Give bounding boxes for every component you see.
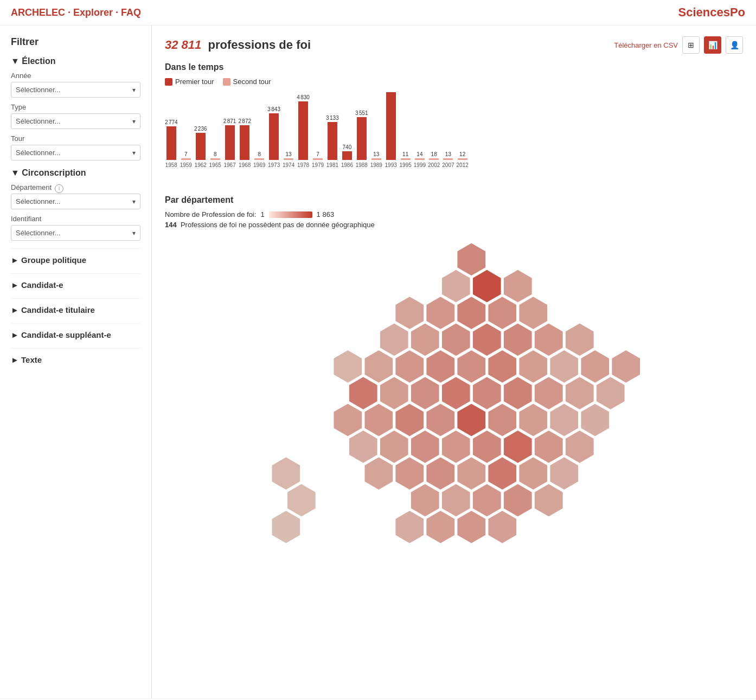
hex-cell[interactable]	[457, 296, 486, 330]
bar-chart-view-button[interactable]: 📊	[704, 36, 721, 54]
groupe-politique-toggle[interactable]: ► Groupe politique	[11, 255, 140, 265]
type-select[interactable]: Sélectionner...	[11, 114, 140, 129]
hex-cell[interactable]	[334, 403, 363, 437]
hex-cell[interactable]	[380, 323, 409, 356]
hex-cell[interactable]	[518, 296, 548, 330]
hex-cell[interactable]	[611, 350, 640, 383]
bar-pair	[298, 101, 308, 160]
hex-cell[interactable]	[287, 484, 316, 517]
hex-cell[interactable]	[488, 350, 517, 383]
hex-cell[interactable]	[426, 403, 455, 437]
hex-cell[interactable]	[457, 510, 486, 544]
candidat-e-toggle[interactable]: ► Candidat-e	[11, 280, 140, 290]
hex-cell[interactable]	[395, 510, 424, 544]
hex-cell[interactable]	[580, 350, 610, 383]
hex-cell[interactable]	[441, 430, 471, 464]
hex-cell[interactable]	[411, 376, 440, 410]
annee-select[interactable]: Sélectionner...	[11, 82, 140, 97]
hex-cell[interactable]	[534, 430, 563, 464]
hex-cell[interactable]	[426, 350, 455, 383]
hex-cell[interactable]	[472, 430, 502, 464]
bar-group: 81965	[209, 151, 221, 168]
candidat-titulaire-toggle[interactable]: ► Candidat-e titulaire	[11, 305, 140, 314]
hex-cell[interactable]	[441, 484, 471, 517]
hex-cell[interactable]	[426, 510, 455, 544]
hex-cell[interactable]	[272, 510, 301, 544]
hex-cell[interactable]	[364, 403, 394, 437]
hex-cell[interactable]	[565, 376, 594, 410]
hex-cell[interactable]	[565, 430, 594, 464]
hex-cell[interactable]	[349, 376, 378, 410]
hex-cell[interactable]	[565, 323, 594, 356]
hex-cell[interactable]	[334, 350, 363, 383]
hex-cell[interactable]	[411, 484, 440, 517]
legend-second-color	[223, 78, 230, 86]
hex-cell[interactable]	[503, 323, 533, 356]
hex-cell[interactable]	[534, 323, 563, 356]
hex-cell[interactable]	[518, 403, 548, 437]
hex-cell[interactable]	[518, 350, 548, 383]
hex-cell[interactable]	[549, 457, 579, 490]
hex-cell[interactable]	[457, 242, 486, 276]
hex-cell[interactable]	[488, 403, 517, 437]
hex-cell[interactable]	[395, 403, 424, 437]
hex-cell[interactable]	[472, 376, 502, 410]
circ-section-toggle[interactable]: ▼ Circonscription	[11, 168, 140, 178]
hex-cell[interactable]	[596, 376, 625, 410]
hex-cell[interactable]	[503, 430, 533, 464]
hex-cell[interactable]	[503, 484, 533, 517]
hex-cell[interactable]	[272, 457, 301, 490]
hex-cell[interactable]	[580, 403, 610, 437]
hex-cell[interactable]	[534, 484, 563, 517]
download-csv-button[interactable]: Télécharger en CSV	[614, 41, 678, 49]
bar-primary	[328, 122, 337, 160]
texte-toggle[interactable]: ► Texte	[11, 355, 140, 364]
hex-cell[interactable]	[395, 457, 424, 490]
hex-cell[interactable]	[472, 269, 502, 303]
hex-cell[interactable]	[411, 323, 440, 356]
hex-cell[interactable]	[457, 457, 486, 490]
dept-select[interactable]: Sélectionner...	[11, 194, 140, 209]
hex-cell[interactable]	[364, 457, 394, 490]
hex-cell[interactable]	[380, 376, 409, 410]
geo-note-text: Professions de foi ne possèdent pas de d…	[181, 221, 375, 229]
result-count: 32 811	[165, 38, 201, 52]
hex-cell[interactable]	[472, 484, 502, 517]
bar-group: 3 5511988	[355, 110, 368, 168]
bar-value: 18	[431, 151, 437, 157]
bar-value: 13	[286, 151, 292, 157]
bar-value: 2 871	[223, 118, 236, 124]
hex-cell[interactable]	[457, 350, 486, 383]
hex-cell[interactable]	[488, 296, 517, 330]
hex-cell[interactable]	[534, 376, 563, 410]
candidat-suppleant-toggle[interactable]: ► Candidat-e suppléant-e	[11, 330, 140, 339]
hex-cell[interactable]	[395, 350, 424, 383]
hex-cell[interactable]	[364, 350, 394, 383]
hex-svg	[248, 233, 660, 558]
hex-cell[interactable]	[395, 296, 424, 330]
hex-cell[interactable]	[441, 323, 471, 356]
hex-cell[interactable]	[457, 403, 486, 437]
hex-cell[interactable]	[488, 457, 517, 490]
table-view-button[interactable]: ⊞	[682, 36, 700, 54]
hex-cell[interactable]	[441, 269, 471, 303]
tour-select[interactable]: Sélectionner...	[11, 145, 140, 160]
election-section-toggle[interactable]: ▼ Élection	[11, 56, 140, 66]
hex-cell[interactable]	[411, 430, 440, 464]
identifiant-select[interactable]: Sélectionner...	[11, 226, 140, 240]
hex-cell[interactable]	[503, 376, 533, 410]
hex-cell[interactable]	[426, 296, 455, 330]
hex-cell[interactable]	[441, 376, 471, 410]
hex-cell[interactable]	[349, 430, 378, 464]
hex-cell[interactable]	[426, 457, 455, 490]
hex-cell[interactable]	[488, 510, 517, 544]
dept-info-icon[interactable]: i	[55, 184, 63, 193]
hex-cell[interactable]	[503, 269, 533, 303]
hex-cell[interactable]	[518, 457, 548, 490]
hex-cell[interactable]	[380, 430, 409, 464]
hex-cell[interactable]	[472, 323, 502, 356]
hex-cell[interactable]	[549, 403, 579, 437]
bar-group: 71959	[180, 151, 192, 168]
hex-cell[interactable]	[549, 350, 579, 383]
map-view-button[interactable]: 👤	[726, 36, 743, 54]
